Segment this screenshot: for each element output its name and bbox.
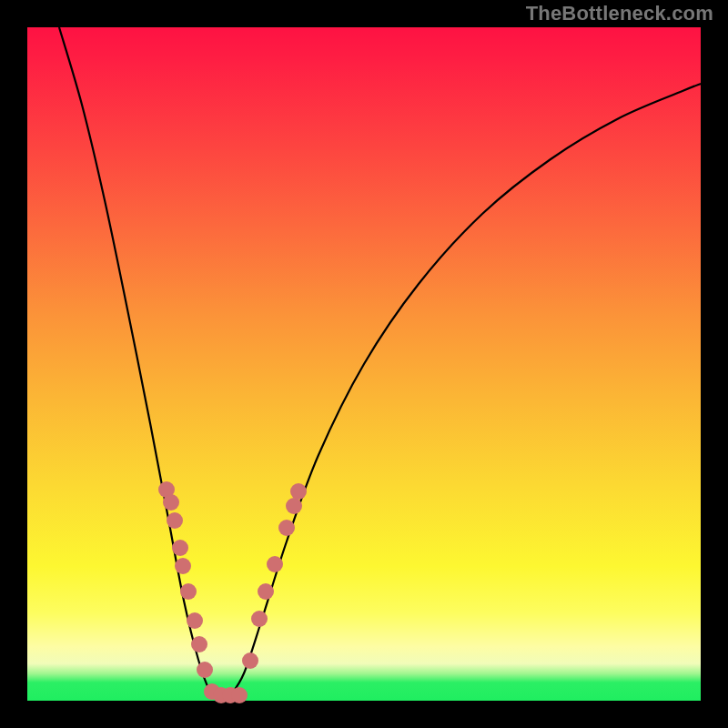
data-dot — [172, 540, 188, 556]
data-dot — [175, 558, 191, 574]
chart-frame: TheBottleneck.com — [0, 0, 728, 728]
dot-group — [158, 481, 307, 703]
data-dot — [267, 556, 283, 572]
data-dot — [180, 583, 197, 600]
chart-svg — [27, 27, 701, 701]
data-dot — [251, 611, 268, 627]
data-dot — [231, 687, 248, 703]
data-dot — [286, 498, 302, 514]
data-dot — [163, 494, 179, 511]
data-dot — [278, 520, 295, 536]
data-dot — [197, 662, 213, 678]
watermark-text: TheBottleneck.com — [526, 2, 713, 25]
data-dot — [191, 636, 207, 652]
data-dot — [258, 583, 274, 600]
data-dot — [187, 612, 203, 629]
right-curve — [229, 84, 701, 697]
data-dot — [242, 652, 258, 669]
data-dot — [290, 483, 307, 500]
plot-area — [27, 27, 701, 701]
data-dot — [167, 512, 183, 529]
